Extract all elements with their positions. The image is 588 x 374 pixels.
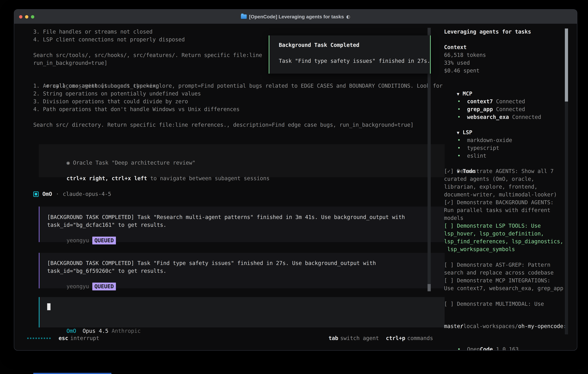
app-version: 1.0.163 bbox=[496, 346, 519, 351]
history-line: 3. File handles or streams not closed bbox=[33, 28, 153, 36]
context-spent: $0.46 spent bbox=[444, 67, 480, 75]
tool-call-line: Search src/ directory. Return specific f… bbox=[33, 121, 414, 129]
todo-line: [ ] Demonstrate MULTIMODAL: Use bbox=[444, 300, 544, 308]
toast-body: Task "Find type safety issues" finished … bbox=[279, 57, 430, 65]
agent-header[interactable]: OmO · claude-opus-4-5 bbox=[33, 190, 111, 198]
input-provider: Anthropic bbox=[112, 328, 141, 334]
workspace-branch: master bbox=[444, 322, 463, 330]
tool-call-line: 1. Array access without bounds checking bbox=[33, 82, 159, 90]
agent-model: claude-opus-4-5 bbox=[63, 190, 111, 198]
app-name-suffix: Code bbox=[480, 346, 493, 351]
task-event-card: [BACKGROUND TASK COMPLETED] Task "Resear… bbox=[39, 207, 445, 242]
window-controls bbox=[19, 15, 34, 19]
todo-line: [ ] Demonstrate AST-GREP: Pattern bbox=[444, 261, 550, 269]
task-event-line1: [BACKGROUND TASK COMPLETED] Task "Find t… bbox=[47, 259, 376, 267]
hint-keys: ctrl+x right, ctrl+x left bbox=[67, 175, 147, 181]
tool-call-line: 4. Path operations that don't handle Win… bbox=[33, 105, 240, 113]
app-version-row: • OpenCode 1.0.163 bbox=[444, 338, 519, 351]
tab-key-hint: tab bbox=[329, 334, 338, 342]
oracle-task-title: Oracle Task "Deep architecture review" bbox=[73, 160, 195, 166]
keyboard-hints-right: tab switch agent ctrl+p commands bbox=[329, 334, 433, 342]
terminal-window: [OpenCode] Leveraging agents for tasks ◐… bbox=[14, 9, 577, 351]
history-line: 4. LSP client connections not properly d… bbox=[33, 36, 185, 43]
task-event-user: yeongyu bbox=[67, 237, 89, 244]
record-icon: ◉ bbox=[67, 160, 70, 166]
minimize-window-button[interactable] bbox=[25, 15, 28, 19]
todo-line: search and replace across codebase bbox=[444, 269, 554, 277]
task-event-line1: [BACKGROUND TASK COMPLETED] Task "Resear… bbox=[47, 213, 405, 221]
tab-label: switch agent bbox=[340, 334, 379, 342]
todo-line: Run parallel tasks with different bbox=[444, 206, 550, 214]
zoom-window-button[interactable] bbox=[31, 15, 34, 19]
oracle-task-panel: ◉ Oracle Task "Deep architecture review"… bbox=[39, 144, 445, 177]
task-event-meta: yeongyuQUEUED bbox=[47, 275, 116, 298]
workspace-repo: oh-my-opencode: bbox=[518, 323, 567, 329]
tool-call-line: 3. Division operations that could divide… bbox=[33, 98, 188, 105]
tool-call-line: 2. String operations on potentially unde… bbox=[33, 90, 201, 98]
todo-line-active: [ ] Demonstrate LSP TOOLS: Use bbox=[444, 222, 541, 230]
todo-line: curated agents (OmO, oracle, bbox=[444, 175, 534, 183]
queued-badge: QUEUED bbox=[92, 237, 116, 244]
task-event-meta: yeongyuQUEUED bbox=[47, 229, 116, 252]
task-event-line2: task_id="bg_6f59260c" to get results. bbox=[47, 267, 166, 275]
sidebar-scrollbar-thumb[interactable] bbox=[565, 29, 568, 102]
todo-line-active: lsp_hover, lsp_goto_definition, bbox=[444, 230, 544, 238]
window-title: [OpenCode] Leveraging agents for tasks bbox=[249, 14, 344, 20]
context-tokens: 66,518 tokens bbox=[444, 51, 486, 59]
app-name-prefix: Open bbox=[467, 346, 480, 351]
context-used: 33% used bbox=[444, 59, 470, 67]
agent-name: OmO bbox=[42, 190, 52, 198]
mcp-item-name: websearch_exa bbox=[467, 114, 509, 120]
prompt-input-panel[interactable]: OmO Opus 4.5 Anthropic bbox=[39, 297, 445, 327]
desktop: { "window": { "title": "[OpenCode] Lever… bbox=[0, 0, 588, 374]
todo-line: [✓] Demonstrate AGENTS: Show all 7 bbox=[444, 167, 554, 175]
history-line: run_in_background=true] bbox=[33, 59, 107, 67]
dot-separator: · bbox=[56, 190, 59, 198]
window-title-row: [OpenCode] Leveraging agents for tasks ◐ bbox=[241, 14, 350, 20]
task-event-card: [BACKGROUND TASK COMPLETED] Task "Find t… bbox=[39, 253, 445, 288]
todo-line: document-writer, multimodal-looker) bbox=[444, 191, 557, 198]
status-bullet-icon: • bbox=[457, 346, 461, 351]
todo-line: models bbox=[444, 214, 463, 222]
todo-line: librarian, explore, frontend, bbox=[444, 183, 537, 191]
esc-key-hint: esc bbox=[59, 334, 68, 342]
chat-scrollbar-thumb[interactable] bbox=[428, 284, 431, 291]
input-model[interactable]: Opus 4.5 bbox=[83, 328, 108, 334]
close-window-button[interactable] bbox=[19, 15, 22, 19]
chat-scrollbar-segment[interactable] bbox=[428, 28, 431, 35]
toast-notification[interactable]: Background Task Completed Task "Find typ… bbox=[269, 35, 431, 74]
sidebar-context-header: Context bbox=[444, 43, 467, 51]
todo-line: [✓] Demonstrate BACKGROUND AGENTS: bbox=[444, 198, 554, 206]
hint-text: to navigate between subagent sessions bbox=[147, 175, 270, 181]
mcp-item-status: Connected bbox=[512, 114, 541, 120]
status-bar: esc interrupt tab switch agent ctrl+p co… bbox=[27, 334, 433, 342]
input-agent-name[interactable]: OmO bbox=[67, 328, 76, 334]
workspace-path-prefix: ~/local-workspaces/ bbox=[457, 323, 518, 329]
task-event-user: yeongyu bbox=[67, 283, 89, 290]
text-cursor bbox=[47, 303, 51, 310]
half-circle-icon: ◐ bbox=[346, 14, 350, 19]
commands-label: commands bbox=[407, 334, 433, 342]
toast-title: Background Task Completed bbox=[279, 41, 359, 49]
task-event-line2: task_id="bg_dcfac161" to get results. bbox=[47, 221, 166, 229]
commands-key-hint: ctrl+p bbox=[386, 334, 405, 342]
lsp-item-name: eslint bbox=[467, 153, 486, 159]
oracle-task-hint: ctrl+x right, ctrl+x left to navigate be… bbox=[47, 167, 270, 190]
desktop-accent-strip bbox=[33, 373, 111, 374]
todo-line: Use context7, websearch_exa, grep_app bbox=[444, 284, 563, 292]
status-bullet-icon: • bbox=[457, 153, 461, 159]
sidebar-session-title: Leveraging agents for tasks bbox=[444, 28, 531, 36]
spinner-dots bbox=[27, 334, 51, 342]
history-line: Search src/tools/, src/hooks/, src/featu… bbox=[33, 51, 262, 59]
folder-icon bbox=[241, 14, 247, 19]
esc-label: interrupt bbox=[70, 334, 99, 342]
todo-line-active: lsp_find_references, lsp_diagnostics, bbox=[444, 238, 563, 245]
omo-agent-icon bbox=[33, 191, 39, 197]
status-bullet-icon: • bbox=[457, 114, 461, 120]
todo-line-active: lsp_workspace_symbols bbox=[444, 245, 515, 253]
window-titlebar: [OpenCode] Leveraging agents for tasks ◐ bbox=[14, 10, 577, 24]
todo-line: [ ] Demonstrate MCP INTEGRATIONS: bbox=[444, 277, 550, 284]
queued-badge: QUEUED bbox=[92, 283, 116, 291]
